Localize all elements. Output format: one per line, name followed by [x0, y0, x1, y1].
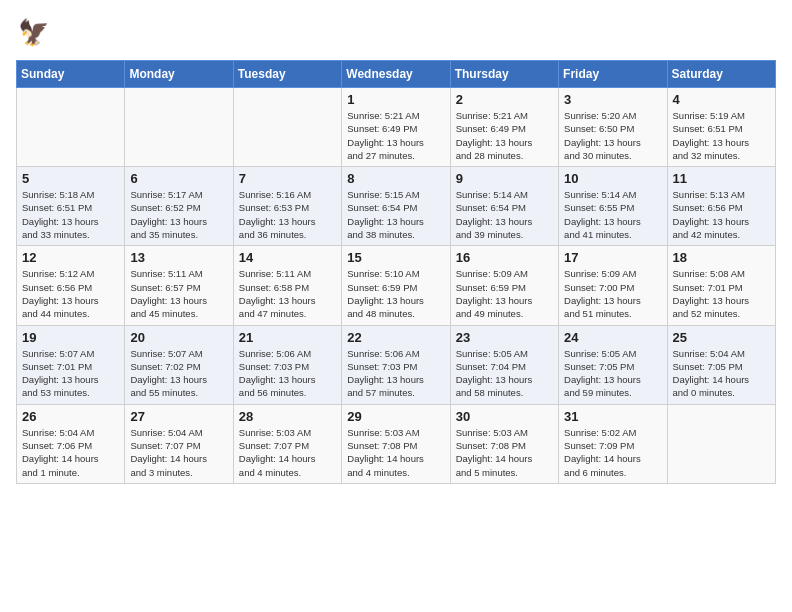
- day-info: Sunrise: 5:20 AM Sunset: 6:50 PM Dayligh…: [564, 109, 661, 162]
- day-number: 12: [22, 250, 119, 265]
- day-number: 19: [22, 330, 119, 345]
- day-info: Sunrise: 5:21 AM Sunset: 6:49 PM Dayligh…: [456, 109, 553, 162]
- calendar-cell: 17Sunrise: 5:09 AM Sunset: 7:00 PM Dayli…: [559, 246, 667, 325]
- day-number: 18: [673, 250, 770, 265]
- day-number: 5: [22, 171, 119, 186]
- column-header-friday: Friday: [559, 61, 667, 88]
- day-number: 1: [347, 92, 444, 107]
- column-header-monday: Monday: [125, 61, 233, 88]
- day-info: Sunrise: 5:13 AM Sunset: 6:56 PM Dayligh…: [673, 188, 770, 241]
- calendar-table: SundayMondayTuesdayWednesdayThursdayFrid…: [16, 60, 776, 484]
- day-number: 6: [130, 171, 227, 186]
- day-info: Sunrise: 5:06 AM Sunset: 7:03 PM Dayligh…: [347, 347, 444, 400]
- header-row: SundayMondayTuesdayWednesdayThursdayFrid…: [17, 61, 776, 88]
- calendar-week-4: 19Sunrise: 5:07 AM Sunset: 7:01 PM Dayli…: [17, 325, 776, 404]
- day-info: Sunrise: 5:08 AM Sunset: 7:01 PM Dayligh…: [673, 267, 770, 320]
- column-header-saturday: Saturday: [667, 61, 775, 88]
- day-number: 9: [456, 171, 553, 186]
- day-number: 31: [564, 409, 661, 424]
- day-info: Sunrise: 5:07 AM Sunset: 7:01 PM Dayligh…: [22, 347, 119, 400]
- calendar-cell: [233, 88, 341, 167]
- day-info: Sunrise: 5:09 AM Sunset: 7:00 PM Dayligh…: [564, 267, 661, 320]
- day-number: 3: [564, 92, 661, 107]
- day-number: 27: [130, 409, 227, 424]
- day-number: 10: [564, 171, 661, 186]
- calendar-cell: 5Sunrise: 5:18 AM Sunset: 6:51 PM Daylig…: [17, 167, 125, 246]
- day-number: 16: [456, 250, 553, 265]
- day-number: 26: [22, 409, 119, 424]
- calendar-week-1: 1Sunrise: 5:21 AM Sunset: 6:49 PM Daylig…: [17, 88, 776, 167]
- calendar-cell: 14Sunrise: 5:11 AM Sunset: 6:58 PM Dayli…: [233, 246, 341, 325]
- calendar-cell: 12Sunrise: 5:12 AM Sunset: 6:56 PM Dayli…: [17, 246, 125, 325]
- day-info: Sunrise: 5:03 AM Sunset: 7:07 PM Dayligh…: [239, 426, 336, 479]
- calendar-cell: 1Sunrise: 5:21 AM Sunset: 6:49 PM Daylig…: [342, 88, 450, 167]
- day-info: Sunrise: 5:05 AM Sunset: 7:04 PM Dayligh…: [456, 347, 553, 400]
- calendar-cell: [125, 88, 233, 167]
- calendar-week-2: 5Sunrise: 5:18 AM Sunset: 6:51 PM Daylig…: [17, 167, 776, 246]
- day-info: Sunrise: 5:02 AM Sunset: 7:09 PM Dayligh…: [564, 426, 661, 479]
- calendar-cell: 31Sunrise: 5:02 AM Sunset: 7:09 PM Dayli…: [559, 404, 667, 483]
- calendar-cell: 26Sunrise: 5:04 AM Sunset: 7:06 PM Dayli…: [17, 404, 125, 483]
- day-number: 22: [347, 330, 444, 345]
- day-number: 14: [239, 250, 336, 265]
- day-number: 28: [239, 409, 336, 424]
- day-info: Sunrise: 5:14 AM Sunset: 6:54 PM Dayligh…: [456, 188, 553, 241]
- column-header-tuesday: Tuesday: [233, 61, 341, 88]
- calendar-cell: 2Sunrise: 5:21 AM Sunset: 6:49 PM Daylig…: [450, 88, 558, 167]
- day-number: 2: [456, 92, 553, 107]
- calendar-cell: 13Sunrise: 5:11 AM Sunset: 6:57 PM Dayli…: [125, 246, 233, 325]
- calendar-cell: 8Sunrise: 5:15 AM Sunset: 6:54 PM Daylig…: [342, 167, 450, 246]
- day-info: Sunrise: 5:10 AM Sunset: 6:59 PM Dayligh…: [347, 267, 444, 320]
- day-info: Sunrise: 5:18 AM Sunset: 6:51 PM Dayligh…: [22, 188, 119, 241]
- day-info: Sunrise: 5:03 AM Sunset: 7:08 PM Dayligh…: [347, 426, 444, 479]
- day-number: 13: [130, 250, 227, 265]
- calendar-cell: 9Sunrise: 5:14 AM Sunset: 6:54 PM Daylig…: [450, 167, 558, 246]
- calendar-cell: [667, 404, 775, 483]
- day-info: Sunrise: 5:16 AM Sunset: 6:53 PM Dayligh…: [239, 188, 336, 241]
- column-header-wednesday: Wednesday: [342, 61, 450, 88]
- calendar-cell: 20Sunrise: 5:07 AM Sunset: 7:02 PM Dayli…: [125, 325, 233, 404]
- day-number: 11: [673, 171, 770, 186]
- day-number: 17: [564, 250, 661, 265]
- day-number: 25: [673, 330, 770, 345]
- page-header: 🦅: [16, 16, 776, 52]
- day-number: 24: [564, 330, 661, 345]
- day-number: 30: [456, 409, 553, 424]
- day-number: 15: [347, 250, 444, 265]
- calendar-cell: 18Sunrise: 5:08 AM Sunset: 7:01 PM Dayli…: [667, 246, 775, 325]
- column-header-sunday: Sunday: [17, 61, 125, 88]
- day-info: Sunrise: 5:14 AM Sunset: 6:55 PM Dayligh…: [564, 188, 661, 241]
- day-info: Sunrise: 5:04 AM Sunset: 7:05 PM Dayligh…: [673, 347, 770, 400]
- day-number: 20: [130, 330, 227, 345]
- day-info: Sunrise: 5:03 AM Sunset: 7:08 PM Dayligh…: [456, 426, 553, 479]
- day-info: Sunrise: 5:11 AM Sunset: 6:58 PM Dayligh…: [239, 267, 336, 320]
- day-info: Sunrise: 5:04 AM Sunset: 7:07 PM Dayligh…: [130, 426, 227, 479]
- calendar-cell: 16Sunrise: 5:09 AM Sunset: 6:59 PM Dayli…: [450, 246, 558, 325]
- day-info: Sunrise: 5:19 AM Sunset: 6:51 PM Dayligh…: [673, 109, 770, 162]
- calendar-cell: 23Sunrise: 5:05 AM Sunset: 7:04 PM Dayli…: [450, 325, 558, 404]
- day-info: Sunrise: 5:11 AM Sunset: 6:57 PM Dayligh…: [130, 267, 227, 320]
- day-number: 29: [347, 409, 444, 424]
- calendar-cell: 28Sunrise: 5:03 AM Sunset: 7:07 PM Dayli…: [233, 404, 341, 483]
- calendar-cell: 27Sunrise: 5:04 AM Sunset: 7:07 PM Dayli…: [125, 404, 233, 483]
- calendar-cell: 11Sunrise: 5:13 AM Sunset: 6:56 PM Dayli…: [667, 167, 775, 246]
- day-info: Sunrise: 5:07 AM Sunset: 7:02 PM Dayligh…: [130, 347, 227, 400]
- day-info: Sunrise: 5:12 AM Sunset: 6:56 PM Dayligh…: [22, 267, 119, 320]
- day-info: Sunrise: 5:04 AM Sunset: 7:06 PM Dayligh…: [22, 426, 119, 479]
- day-info: Sunrise: 5:05 AM Sunset: 7:05 PM Dayligh…: [564, 347, 661, 400]
- day-number: 4: [673, 92, 770, 107]
- logo: 🦅: [16, 16, 56, 52]
- calendar-cell: 24Sunrise: 5:05 AM Sunset: 7:05 PM Dayli…: [559, 325, 667, 404]
- calendar-cell: 25Sunrise: 5:04 AM Sunset: 7:05 PM Dayli…: [667, 325, 775, 404]
- calendar-week-5: 26Sunrise: 5:04 AM Sunset: 7:06 PM Dayli…: [17, 404, 776, 483]
- day-number: 23: [456, 330, 553, 345]
- logo-icon: 🦅: [16, 16, 52, 52]
- day-number: 21: [239, 330, 336, 345]
- day-info: Sunrise: 5:15 AM Sunset: 6:54 PM Dayligh…: [347, 188, 444, 241]
- calendar-cell: 21Sunrise: 5:06 AM Sunset: 7:03 PM Dayli…: [233, 325, 341, 404]
- calendar-cell: 6Sunrise: 5:17 AM Sunset: 6:52 PM Daylig…: [125, 167, 233, 246]
- calendar-cell: 4Sunrise: 5:19 AM Sunset: 6:51 PM Daylig…: [667, 88, 775, 167]
- calendar-cell: 10Sunrise: 5:14 AM Sunset: 6:55 PM Dayli…: [559, 167, 667, 246]
- column-header-thursday: Thursday: [450, 61, 558, 88]
- svg-text:🦅: 🦅: [18, 17, 50, 48]
